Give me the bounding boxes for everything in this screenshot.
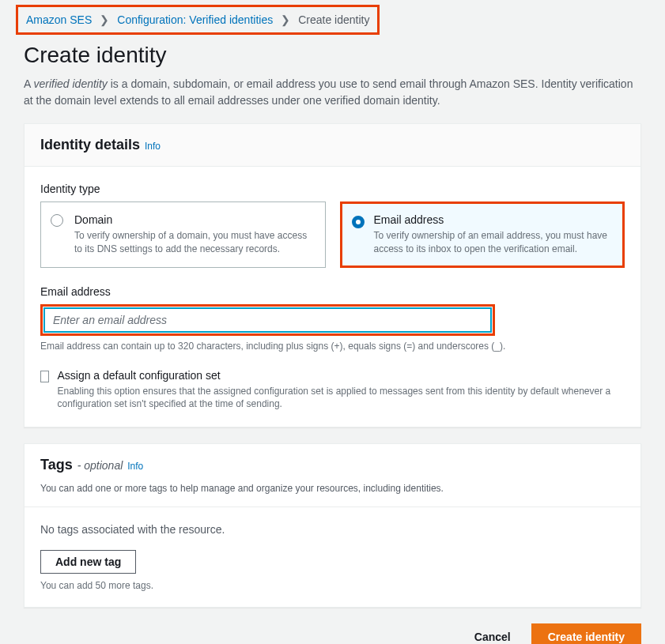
radio-icon [352, 216, 365, 228]
tags-optional-suffix: - optional [77, 459, 123, 472]
create-identity-button[interactable]: Create identity [531, 623, 641, 644]
breadcrumb: Amazon SES ❯ Configuration: Verified ide… [16, 5, 380, 35]
radio-title: Email address [374, 213, 614, 226]
breadcrumb-link-ses[interactable]: Amazon SES [26, 13, 92, 26]
add-new-tag-button[interactable]: Add new tag [40, 550, 136, 574]
radio-icon [51, 214, 63, 227]
panel-header: Identity details Info [25, 124, 640, 167]
radio-desc: To verify ownership of an email address,… [374, 229, 614, 256]
identity-type-domain-radio[interactable]: Domain To verify ownership of a domain, … [40, 201, 326, 268]
radio-title: Domain [74, 213, 314, 226]
email-input-highlight [40, 304, 495, 336]
page-title: Create identity [24, 43, 641, 68]
tags-title: Tags [40, 457, 73, 473]
breadcrumb-current: Create identity [298, 13, 369, 26]
tags-panel: Tags - optional Info You can add one or … [24, 443, 641, 608]
page-subtitle: A verified identity is a domain, subdoma… [24, 76, 641, 109]
configset-desc: Enabling this option ensures that the as… [57, 385, 625, 412]
info-link[interactable]: Info [127, 461, 143, 472]
chevron-right-icon: ❯ [100, 13, 109, 26]
identity-type-email-radio[interactable]: Email address To verify ownership of an … [340, 201, 625, 268]
assign-configset-checkbox[interactable] [40, 371, 49, 382]
tags-limit-text: You can add 50 more tags. [40, 580, 625, 591]
identity-type-label: Identity type [40, 183, 625, 195]
email-field-label: Email address [40, 285, 625, 298]
info-link[interactable]: Info [145, 141, 161, 152]
tags-empty-text: No tags associated with the resource. [40, 523, 625, 536]
identity-details-title: Identity details [40, 137, 140, 153]
radio-desc: To verify ownership of a domain, you mus… [74, 229, 314, 256]
form-actions: Cancel Create identity [24, 623, 641, 644]
panel-header: Tags - optional Info You can add one or … [25, 444, 640, 507]
configset-label: Assign a default configuration set [57, 369, 625, 382]
email-hint: Email address can contain up to 320 char… [40, 341, 625, 352]
breadcrumb-link-verified-identities[interactable]: Configuration: Verified identities [117, 13, 273, 26]
chevron-right-icon: ❯ [281, 13, 290, 26]
tags-desc: You can add one or more tags to help man… [40, 483, 625, 494]
email-input[interactable] [44, 308, 491, 332]
identity-details-panel: Identity details Info Identity type Doma… [24, 123, 641, 427]
cancel-button[interactable]: Cancel [463, 623, 522, 644]
